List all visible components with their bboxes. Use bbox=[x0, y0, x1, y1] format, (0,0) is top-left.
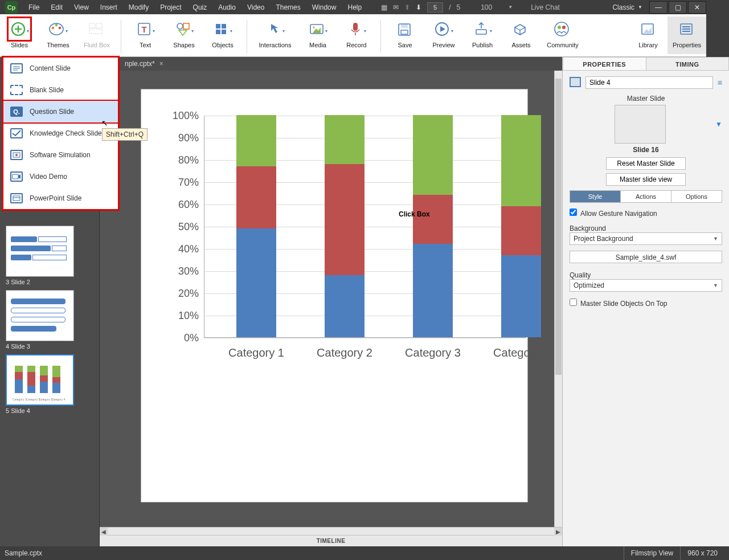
themes-button[interactable]: ▾ Themes bbox=[39, 17, 77, 54]
timeline-panel-header[interactable]: TIMELINE bbox=[100, 535, 562, 543]
publish-button[interactable]: ▾ Publish bbox=[463, 17, 502, 54]
tool-label: Properties bbox=[673, 42, 701, 48]
master-view-button[interactable]: Master slide view bbox=[606, 173, 686, 186]
community-button[interactable]: Community bbox=[540, 17, 585, 54]
preview-button[interactable]: ▾ Preview bbox=[424, 17, 463, 54]
menu-quiz[interactable]: Quiz bbox=[187, 1, 213, 14]
shapes-button[interactable]: ▾ Shapes bbox=[165, 17, 203, 54]
live-chat-link[interactable]: Live Chat bbox=[531, 3, 560, 11]
assets-button[interactable]: Assets bbox=[502, 17, 540, 54]
library-button[interactable]: Library bbox=[629, 17, 667, 54]
window-close[interactable]: ✕ bbox=[688, 1, 706, 14]
thumb-slide-3[interactable]: 4 Slide 3 bbox=[6, 290, 93, 350]
menu-audio[interactable]: Audio bbox=[212, 1, 241, 14]
app-logo: Cp bbox=[5, 1, 18, 14]
svg-text:▾: ▾ bbox=[364, 28, 366, 34]
thumb-label: 4 Slide 3 bbox=[6, 343, 93, 350]
menu-knowledge-check[interactable]: Knowledge Check Slide bbox=[3, 122, 118, 144]
menu-content-slide[interactable]: Content Slide bbox=[3, 58, 118, 79]
menu-video[interactable]: Video bbox=[241, 1, 270, 14]
svg-rect-24 bbox=[222, 30, 226, 34]
menu-question-slide[interactable]: Q.Question Slide bbox=[3, 101, 118, 122]
window-maximize[interactable]: ▢ bbox=[669, 1, 687, 14]
slide-name-input[interactable] bbox=[585, 76, 706, 89]
svg-point-42 bbox=[555, 22, 568, 36]
svg-rect-21 bbox=[216, 24, 220, 28]
svg-rect-40 bbox=[476, 30, 486, 34]
svg-point-44 bbox=[562, 26, 566, 29]
menu-software-sim[interactable]: Software Simulation bbox=[3, 144, 118, 166]
menu-powerpoint-slide[interactable]: PowerPoint Slide bbox=[3, 187, 118, 209]
subtab-actions[interactable]: Actions bbox=[621, 191, 671, 202]
master-slide-name: Slide 16 bbox=[570, 146, 706, 154]
tab-timing[interactable]: TIMING bbox=[646, 57, 707, 71]
tool-label: Community bbox=[547, 42, 579, 48]
svg-rect-11 bbox=[89, 23, 95, 28]
zoom-dropdown-icon[interactable]: ▼ bbox=[508, 5, 513, 10]
window-minimize[interactable]: — bbox=[649, 1, 667, 14]
menu-item-label: Software Simulation bbox=[30, 151, 91, 159]
tool-label: Assets bbox=[511, 42, 530, 48]
workspace-selector[interactable]: Classic ▼ bbox=[607, 3, 648, 11]
menu-themes[interactable]: Themes bbox=[270, 1, 306, 14]
master-slide-preview[interactable] bbox=[615, 105, 666, 144]
menu-help[interactable]: Help bbox=[342, 1, 367, 14]
thumb-slide-4[interactable]: Category 1Category 2Category 3Category 4… bbox=[6, 354, 93, 414]
tool-label: Preview bbox=[432, 42, 454, 48]
allow-gesture-label: Allow Gesture Navigation bbox=[580, 210, 657, 218]
menu-view[interactable]: View bbox=[68, 1, 95, 14]
menu-insert[interactable]: Insert bbox=[95, 1, 123, 14]
media-button[interactable]: ▾ Media bbox=[298, 17, 337, 54]
menu-item-label: Question Slide bbox=[30, 108, 74, 116]
svg-text:▾: ▾ bbox=[153, 28, 155, 34]
menu-item-label: Knowledge Check Slide bbox=[30, 129, 102, 137]
objects-button[interactable]: ▾ Objects bbox=[203, 17, 242, 54]
text-button[interactable]: T▾ Text bbox=[126, 17, 165, 54]
menu-modify[interactable]: Modify bbox=[123, 1, 154, 14]
menu-edit[interactable]: Edit bbox=[45, 1, 68, 14]
scroll-left-icon[interactable]: ◀ bbox=[100, 528, 108, 536]
slides-button[interactable]: ▾ Slides bbox=[0, 17, 39, 54]
svg-rect-12 bbox=[96, 23, 102, 28]
menu-blank-slide[interactable]: Blank Slide bbox=[3, 79, 118, 101]
record-button[interactable]: ▾ Record bbox=[337, 17, 376, 54]
quality-select[interactable]: Optimized ▼ bbox=[570, 279, 706, 292]
menu-window[interactable]: Window bbox=[306, 1, 342, 14]
menu-video-demo[interactable]: Video Demo bbox=[3, 166, 118, 187]
page-total: 5 bbox=[457, 3, 461, 11]
layout-icon[interactable]: ▦ bbox=[381, 3, 387, 11]
slide-icon bbox=[570, 77, 581, 89]
zoom-value[interactable]: 100 bbox=[481, 3, 492, 11]
vertical-scrollbar[interactable] bbox=[554, 71, 562, 527]
document-tab[interactable]: nple.cptx* × bbox=[119, 58, 169, 70]
swf-name-field[interactable]: Sample_slide_4.swf bbox=[570, 251, 706, 263]
thumb-slide-2[interactable]: 3 Slide 2 bbox=[6, 226, 93, 285]
properties-button[interactable]: Properties bbox=[667, 17, 706, 54]
svg-text:▾: ▾ bbox=[490, 28, 492, 34]
interactions-button[interactable]: ▾ Interactions bbox=[252, 17, 298, 54]
background-select[interactable]: Project Background ▼ bbox=[570, 232, 706, 245]
slides-dropdown-menu: Content Slide Blank Slide Q.Question Sli… bbox=[3, 57, 118, 210]
scroll-right-icon[interactable]: ▶ bbox=[554, 528, 562, 536]
tool-label: Fluid Box bbox=[84, 42, 110, 48]
page-current-input[interactable] bbox=[427, 2, 443, 13]
menu-file[interactable]: File bbox=[23, 1, 45, 14]
save-button[interactable]: Save bbox=[386, 17, 424, 54]
reset-master-button[interactable]: Reset Master Slide bbox=[606, 157, 686, 170]
tab-properties[interactable]: PROPERTIES bbox=[563, 57, 646, 71]
slide-canvas[interactable]: 0%10%20%30%40%50%60%70%80%90%100%Categor… bbox=[141, 89, 528, 502]
svg-point-8 bbox=[55, 24, 58, 26]
next-page-icon[interactable]: ⬇ bbox=[416, 3, 421, 11]
mail-icon[interactable]: ✉ bbox=[393, 3, 399, 11]
prev-page-icon[interactable]: ⬆ bbox=[404, 3, 410, 11]
subtab-options[interactable]: Options bbox=[671, 191, 706, 202]
tab-close-icon[interactable]: × bbox=[159, 60, 163, 68]
menu-project[interactable]: Project bbox=[154, 1, 187, 14]
subtab-style[interactable]: Style bbox=[570, 191, 621, 202]
master-on-top-checkbox[interactable]: Master Slide Objects On Top bbox=[570, 299, 706, 308]
stacked-bar-chart: 0%10%20%30%40%50%60%70%80%90%100%Categor… bbox=[141, 89, 527, 502]
allow-gesture-checkbox[interactable]: Allow Gesture Navigation bbox=[570, 210, 657, 218]
tool-label: Record bbox=[346, 42, 366, 48]
horizontal-scrollbar[interactable]: ◀ ▶ bbox=[100, 527, 562, 535]
svg-rect-13 bbox=[89, 29, 102, 34]
